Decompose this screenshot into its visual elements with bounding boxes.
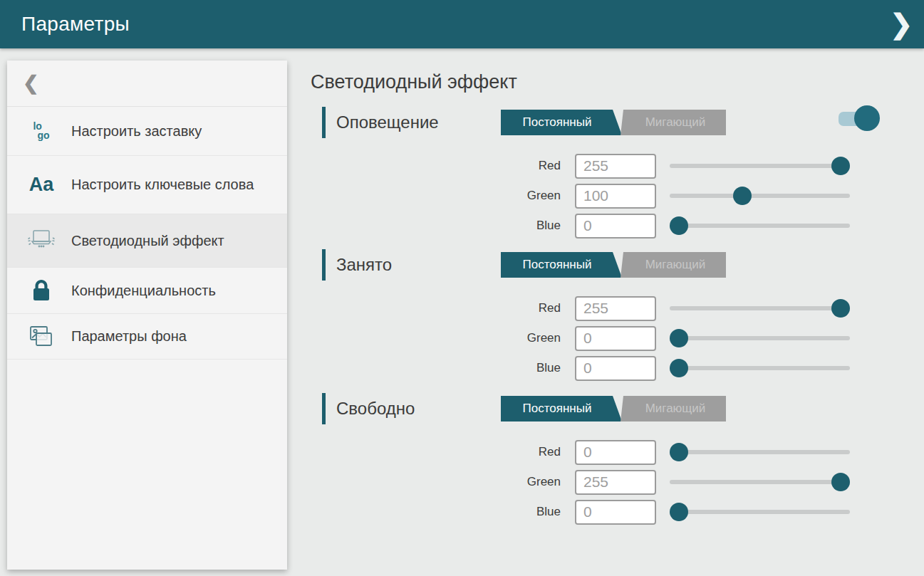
images-icon (26, 324, 57, 350)
blue-label: Blue (322, 219, 575, 233)
red-slider[interactable] (670, 156, 850, 176)
sidebar-item-label: Настроить ключевые слова (71, 177, 254, 193)
mode-segmented-control: Постоянный Мигающий (501, 110, 726, 135)
red-slider[interactable] (670, 298, 850, 318)
green-value-input[interactable] (575, 184, 656, 209)
chevron-left-icon: ❮ (23, 72, 39, 95)
green-slider[interactable] (670, 186, 850, 206)
sidebar-item-led-effect[interactable]: Светодиодный эффект (7, 214, 287, 268)
green-row: Green (322, 323, 888, 353)
monitor-icon (26, 229, 57, 253)
slider-thumb[interactable] (831, 299, 850, 318)
blue-value-input[interactable] (575, 500, 656, 525)
slider-track (670, 480, 850, 484)
red-value-input[interactable] (575, 440, 656, 465)
red-slider[interactable] (670, 442, 850, 462)
red-label: Red (322, 159, 575, 173)
blue-label: Blue (322, 505, 575, 519)
mode-constant-segment[interactable]: Постоянный (501, 110, 622, 135)
mode-blinking-segment[interactable]: Мигающий (621, 110, 726, 135)
red-label: Red (322, 445, 575, 459)
text-aa-icon: Aa (26, 174, 57, 196)
mode-segmented-control: Постоянный Мигающий (501, 396, 726, 421)
chevron-right-icon[interactable]: ❯ (890, 11, 913, 38)
mode-blinking-segment[interactable]: Мигающий (621, 396, 726, 421)
slider-thumb[interactable] (670, 503, 688, 521)
section-accent-bar (322, 107, 326, 138)
slider-track (670, 450, 850, 454)
app-title: Параметры (21, 13, 130, 36)
red-label: Red (322, 301, 575, 315)
green-label: Green (322, 331, 575, 345)
section-label: Свободно (336, 399, 501, 419)
slider-thumb[interactable] (670, 216, 688, 235)
section-label: Занято (336, 255, 501, 275)
toggle-thumb (854, 105, 880, 131)
blue-slider[interactable] (670, 216, 850, 236)
sidebar-item-screensaver[interactable]: lo go Настроить заставку (7, 107, 287, 156)
red-value-input[interactable] (575, 296, 656, 321)
slider-track (670, 366, 850, 370)
lock-icon (26, 279, 57, 302)
slider-track (670, 510, 850, 514)
slider-thumb[interactable] (733, 187, 752, 205)
blue-value-input[interactable] (575, 214, 656, 239)
blue-row: Blue (322, 353, 888, 383)
slider-track (670, 194, 850, 198)
section-label: Оповещение (336, 112, 501, 132)
green-row: Green (322, 467, 888, 497)
slider-thumb[interactable] (670, 443, 688, 461)
section-busy: Занято Постоянный Мигающий Red Green Blu… (322, 248, 888, 383)
red-value-input[interactable] (575, 154, 656, 179)
green-row: Green (322, 181, 888, 211)
red-row: Red (322, 437, 888, 467)
sidebar-item-label: Настроить заставку (71, 123, 202, 140)
sidebar-item-label: Конфиденциальность (71, 283, 216, 299)
green-slider[interactable] (670, 472, 850, 492)
section-notification: Оповещение Постоянный Мигающий Red Green (322, 105, 888, 241)
sidebar-item-keywords[interactable]: Aa Настроить ключевые слова (7, 156, 287, 214)
blue-row: Blue (322, 211, 888, 241)
app-header: Параметры ❯ (0, 0, 924, 48)
notification-toggle[interactable] (839, 108, 873, 128)
slider-thumb[interactable] (831, 157, 850, 175)
section-accent-bar (322, 393, 326, 424)
slider-thumb[interactable] (670, 359, 688, 377)
mode-segmented-control: Постоянный Мигающий (501, 252, 726, 278)
slider-track (670, 164, 850, 168)
red-row: Red (322, 151, 888, 181)
green-slider[interactable] (670, 328, 850, 348)
green-value-input[interactable] (575, 470, 656, 495)
section-accent-bar (322, 249, 326, 281)
slider-track (670, 336, 850, 340)
blue-value-input[interactable] (575, 356, 656, 381)
mode-constant-segment[interactable]: Постоянный (501, 252, 622, 278)
page-title: Светодиодный эффект (311, 71, 517, 93)
red-row: Red (322, 293, 888, 323)
slider-thumb[interactable] (831, 473, 850, 491)
logo-icon: lo go (26, 122, 57, 141)
slider-track (670, 224, 850, 228)
blue-slider[interactable] (670, 358, 850, 378)
blue-row: Blue (322, 497, 888, 527)
blue-slider[interactable] (670, 502, 850, 522)
mode-blinking-segment[interactable]: Мигающий (621, 252, 726, 278)
sidebar-item-privacy[interactable]: Конфиденциальность (7, 268, 287, 314)
slider-track (670, 306, 850, 310)
sidebar-item-background[interactable]: Параметры фона (7, 314, 287, 360)
sidebar-item-label: Светодиодный эффект (71, 233, 224, 249)
green-label: Green (322, 475, 575, 489)
green-value-input[interactable] (575, 326, 656, 351)
mode-constant-segment[interactable]: Постоянный (501, 396, 622, 421)
green-label: Green (322, 189, 575, 203)
sidebar-back-button[interactable]: ❮ (7, 61, 287, 107)
sidebar-item-label: Параметры фона (71, 328, 187, 345)
section-free: Свободно Постоянный Мигающий Red Green B… (322, 392, 888, 527)
blue-label: Blue (322, 361, 575, 375)
slider-thumb[interactable] (670, 329, 688, 347)
settings-sidebar: ❮ lo go Настроить заставку Aa Настроить … (7, 61, 287, 570)
